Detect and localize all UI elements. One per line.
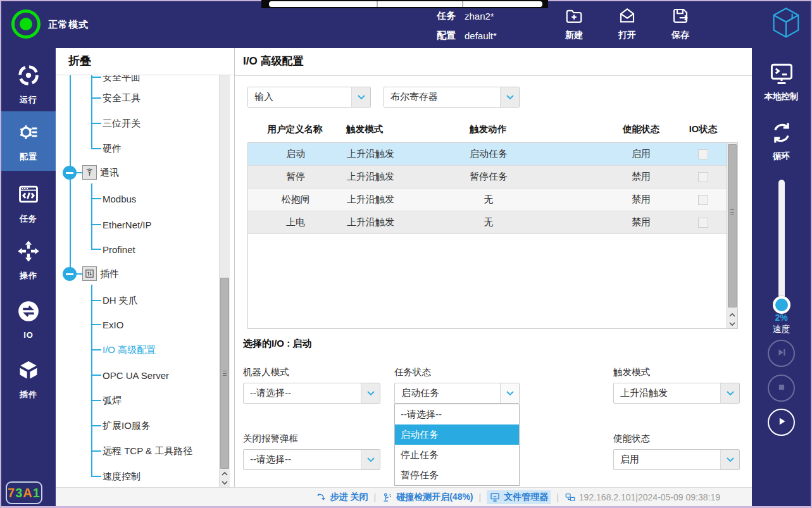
tree-item-安全平面[interactable]: 安全平面 xyxy=(103,75,141,87)
progress-tick xyxy=(377,1,378,7)
comm-icon xyxy=(82,165,97,180)
chevron-down-icon xyxy=(720,450,739,469)
stop-button[interactable] xyxy=(768,375,795,402)
config-row: 配置 default* xyxy=(437,27,497,44)
io-state-checkbox[interactable] xyxy=(698,195,708,205)
save-button[interactable]: 保存 xyxy=(662,5,699,44)
speed-slider-thumb[interactable] xyxy=(773,296,790,314)
tree-item-弧焊[interactable]: 弧焊 xyxy=(103,391,122,410)
tree-item-三位开关[interactable]: 三位开关 xyxy=(103,114,141,133)
sidebar-item-label: 配置 xyxy=(20,151,37,163)
tree-item-硬件[interactable]: 硬件 xyxy=(103,139,122,158)
step-arrow-icon xyxy=(316,492,327,503)
statusbar-step-arrow-toggle[interactable]: 步进 关闭 xyxy=(316,492,368,503)
trigger-mode-select[interactable]: 上升沿触发 xyxy=(613,383,740,404)
tree-item-EtherNet/IP[interactable]: EtherNet/IP xyxy=(103,215,152,234)
statusbar-file-manager-toggle[interactable]: 文件管理器 xyxy=(487,490,551,504)
io-state-checkbox[interactable] xyxy=(698,218,708,228)
io-direction-select[interactable]: 输入 xyxy=(247,87,371,108)
selected-io-label: 选择的I/O : 启动 xyxy=(243,338,311,350)
robot-status-light xyxy=(11,9,41,39)
play-button[interactable] xyxy=(768,409,795,436)
column-header: 触发动作 xyxy=(450,123,526,135)
table-row-暂停[interactable]: 暂停上升沿触发暂停任务禁用 xyxy=(248,166,727,189)
task-config-info: 任务 zhan2* 配置 default* xyxy=(437,7,497,46)
speed-label: 速度 xyxy=(752,324,811,335)
io-table-body: 启动上升沿触发启动任务启用暂停上升沿触发暂停任务禁用松抱闸上升沿触发无禁用上电上… xyxy=(247,142,738,329)
status-bar: 步进 关闭|碰撞检测开启(48%)|文件管理器|192.168.2.101|20… xyxy=(56,487,752,506)
robot-mode-select[interactable]: --请选择-- xyxy=(243,383,380,404)
io-state-checkbox[interactable] xyxy=(698,172,708,182)
tree-item-ExIO[interactable]: ExIO xyxy=(103,315,123,334)
tree-item-扩展IO服务[interactable]: 扩展IO服务 xyxy=(103,416,151,435)
tree-branch-line xyxy=(91,75,92,149)
file-manager-icon xyxy=(489,492,501,503)
tree-item-速度控制[interactable]: 速度控制 xyxy=(103,467,141,486)
tree-item-OPC UA Server[interactable]: OPC UA Server xyxy=(103,366,169,385)
tree-scrollbar[interactable] xyxy=(219,75,230,487)
table-scrollbar-thumb[interactable] xyxy=(728,144,737,307)
task-state-select[interactable]: 启动任务 xyxy=(394,383,520,404)
config-value: default* xyxy=(465,30,497,41)
close-alarm-select[interactable]: --请选择-- xyxy=(243,449,380,470)
table-scrollbar[interactable] xyxy=(727,143,737,328)
tree-item-安全工具[interactable]: 安全工具 xyxy=(103,89,141,108)
scroll-up-button[interactable] xyxy=(727,311,737,319)
speed-slider-track[interactable] xyxy=(778,180,785,313)
sidebar-item-运行[interactable]: 运行 xyxy=(1,57,56,111)
table-row-启动[interactable]: 启动上升沿触发启动任务启用 xyxy=(248,143,727,166)
tree-collapse-node[interactable] xyxy=(63,267,77,281)
sidebar-item-任务[interactable]: 任务 xyxy=(1,176,56,230)
tree-scrollbar-thumb[interactable] xyxy=(220,278,229,469)
tree-item-远程 TCP & 工具路径[interactable]: 远程 TCP & 工具路径 xyxy=(103,442,192,461)
dropdown-option---请选择--[interactable]: --请选择-- xyxy=(395,404,519,424)
tree-item-DH 夹爪[interactable]: DH 夹爪 xyxy=(103,291,138,310)
dropdown-option-暂停任务[interactable]: 暂停任务 xyxy=(395,465,519,485)
scroll-down-button[interactable] xyxy=(220,478,230,487)
settings-icon xyxy=(16,120,41,147)
scroll-up-button[interactable] xyxy=(220,469,230,478)
tree-item-I/O 高级配置[interactable]: I/O 高级配置 xyxy=(103,340,156,359)
tree-connector xyxy=(91,97,101,99)
cell-name: 暂停 xyxy=(248,171,343,183)
progress-tick xyxy=(462,1,463,7)
tree-collapse-node[interactable] xyxy=(63,166,77,180)
enable-state-select[interactable]: 启用 xyxy=(613,449,740,470)
cell-trigger-action: 暂停任务 xyxy=(451,171,527,183)
tree-item-插件[interactable]: 插件 xyxy=(100,264,119,283)
local-control-button[interactable]: 本地控制 xyxy=(752,59,811,102)
page-title: I/O 高级配置 xyxy=(243,54,303,68)
table-row-松抱闸[interactable]: 松抱闸上升沿触发无禁用 xyxy=(248,189,727,211)
sidebar-item-label: 插件 xyxy=(20,389,37,400)
robot-mode-value: --请选择-- xyxy=(244,387,361,399)
tree-item-Profinet[interactable]: Profinet xyxy=(103,240,135,259)
config-tree-panel: 折叠 安全平面安全工具三位开关硬件通讯ModbusEtherNet/IPProf… xyxy=(56,48,234,487)
collapse-button[interactable]: 折叠 xyxy=(68,53,91,68)
statusbar-collision-toggle[interactable]: 碰撞检测开启(48%) xyxy=(382,492,473,503)
run-icon xyxy=(16,63,41,90)
loop-button[interactable]: 循环 xyxy=(752,119,811,162)
tree-item-通讯[interactable]: 通讯 xyxy=(100,163,119,182)
sidebar-item-操作[interactable]: 操作 xyxy=(1,233,56,287)
open-button[interactable]: 打开 xyxy=(609,5,646,44)
scroll-down-button[interactable] xyxy=(727,319,737,328)
sidebar-item-配置[interactable]: 配置 xyxy=(1,111,56,171)
step-next-button[interactable] xyxy=(768,340,795,367)
cell-io-state xyxy=(679,218,727,228)
tree-connector xyxy=(91,375,101,376)
table-row-上电[interactable]: 上电上升沿触发无禁用 xyxy=(248,211,727,234)
io-state-checkbox[interactable] xyxy=(698,149,708,159)
sidebar-item-IO[interactable]: IO xyxy=(1,292,56,347)
sidebar-item-插件[interactable]: 插件 xyxy=(1,352,56,406)
cell-trigger-action: 无 xyxy=(451,194,527,206)
register-type-select[interactable]: 布尔寄存器 xyxy=(384,87,520,108)
dropdown-option-停止任务[interactable]: 停止任务 xyxy=(395,445,519,465)
left-nav-rail: 运行配置任务操作IO插件 73A1 xyxy=(1,48,56,506)
cell-trigger-action: 无 xyxy=(451,216,527,228)
chevron-down-icon xyxy=(720,383,739,403)
tree-item-Modbus[interactable]: Modbus xyxy=(103,189,136,208)
new-button[interactable]: 新建 xyxy=(556,5,592,44)
dropdown-option-启动任务[interactable]: 启动任务 xyxy=(395,424,519,445)
cell-trigger-mode: 上升沿触发 xyxy=(343,171,451,183)
tree-connector xyxy=(91,450,101,452)
